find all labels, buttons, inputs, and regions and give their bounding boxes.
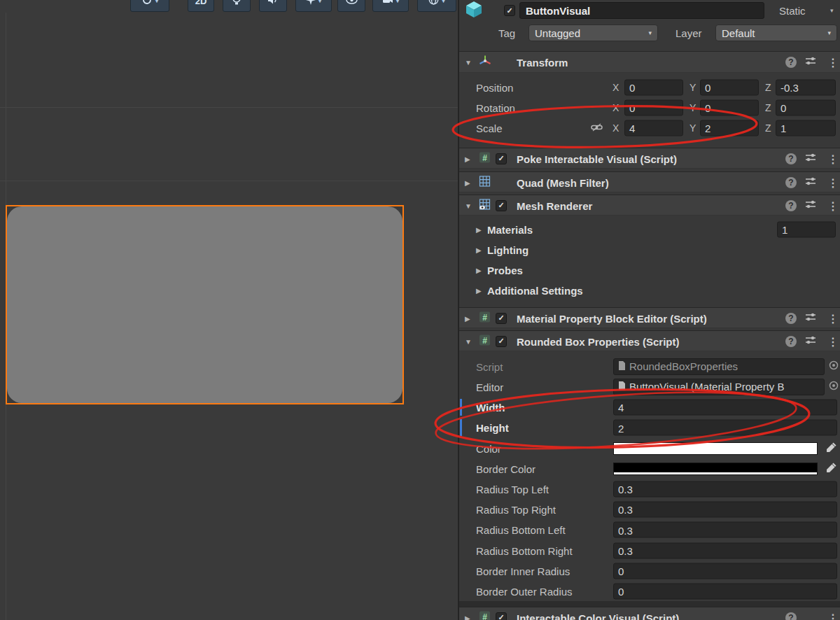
width-field[interactable]: 4 [613,399,837,415]
foldout-collapsed-icon[interactable]: ▶ [465,314,470,322]
help-icon[interactable]: ? [785,153,797,164]
kebab-menu-icon[interactable]: ⋮ [827,611,839,620]
static-dropdown-caret-icon[interactable]: ▾ [830,7,834,14]
gameobject-name-input[interactable]: ButtonVisual [519,2,764,19]
presets-icon[interactable] [805,176,816,189]
scale-y-field[interactable]: 2 [700,120,759,136]
camera-dropdown-button[interactable]: ▾ [372,0,409,12]
layer-dropdown[interactable]: Default ▾ [715,24,837,41]
foldout-collapsed-icon[interactable]: ▶ [465,614,470,620]
axis-x-label: X [612,82,619,93]
scene-view[interactable]: ▾ 2D ▾ ▾ ▾ [0,0,458,620]
foldout-expanded-icon[interactable]: ▼ [465,202,472,209]
kebab-menu-icon[interactable]: ⋮ [827,152,839,165]
2d-toggle-button[interactable]: 2D [188,0,214,12]
help-icon[interactable]: ? [785,57,797,68]
materials-count-field[interactable]: 1 [777,221,836,237]
radius-bottom-left-label: Radius Bottom Left [476,524,566,536]
foldout-collapsed-icon[interactable]: ▶ [476,286,482,294]
foldout-collapsed-icon[interactable]: ▶ [465,155,470,162]
rotation-z-field[interactable]: 0 [776,99,836,115]
mesh-filter-header[interactable]: ▶ Quad (Mesh Filter) ? ⋮ [459,171,840,192]
scene-lighting-button[interactable] [223,0,251,12]
position-x-value: 0 [629,82,635,94]
presets-icon[interactable] [805,153,816,165]
foldout-collapsed-icon[interactable]: ▶ [476,225,482,233]
foldout-collapsed-icon[interactable]: ▶ [476,246,482,253]
eyedropper-icon[interactable] [826,442,837,456]
foldout-expanded-icon[interactable]: ▼ [465,59,472,66]
foldout-expanded-icon[interactable]: ▼ [465,337,472,345]
selected-object-quad[interactable] [6,205,404,404]
axis-y-label: Y [690,122,696,134]
materials-label: Materials [487,223,533,235]
object-picker-icon[interactable] [829,360,839,373]
gameobject-enabled-checkbox[interactable]: ✓ [504,5,515,16]
rounded-box-properties-header[interactable]: ▼ # ✓ Rounded Box Properties (Script) ? … [459,330,840,351]
inspector-panel: ✓ ButtonVisual Static ▾ Tag Untagged ▾ L… [458,0,840,620]
component-enabled-checkbox[interactable]: ✓ [496,313,507,324]
editor-object-field[interactable]: ButtonVisual (Material Property B [613,379,825,395]
radius-top-left-row: Radius Top Left 0.3 [459,479,840,499]
kebab-menu-icon[interactable]: ⋮ [827,334,839,348]
tag-dropdown[interactable]: Untagged ▾ [528,24,658,41]
mesh-renderer-header[interactable]: ▼ ✓ Mesh Renderer ? ⋮ [459,195,840,216]
rotation-y-field[interactable]: 0 [700,99,759,115]
scale-x-field[interactable]: 4 [624,120,683,136]
foldout-collapsed-icon[interactable]: ▶ [465,178,470,186]
presets-icon[interactable] [805,56,816,69]
presets-icon[interactable] [805,199,816,212]
help-icon[interactable]: ? [785,336,797,347]
gizmos-dropdown-button[interactable]: ▾ [417,0,456,12]
kebab-menu-icon[interactable]: ⋮ [827,199,839,212]
color-swatch[interactable] [613,442,818,455]
object-picker-icon[interactable] [829,381,839,393]
presets-icon[interactable] [805,335,816,348]
border-outer-radius-field[interactable]: 0 [613,583,837,599]
view-orbit-button[interactable]: ▾ [130,0,169,12]
poke-interactable-visual-header[interactable]: ▶ # ✓ Poke Interactable Visual (Script) … [459,148,840,169]
presets-icon[interactable] [805,312,816,325]
radius-top-left-field[interactable]: 0.3 [613,481,837,497]
help-icon[interactable]: ? [785,200,797,211]
help-icon[interactable]: ? [785,313,797,324]
component-enabled-checkbox[interactable]: ✓ [496,200,507,211]
height-field[interactable]: 2 [613,420,837,436]
radius-bottom-right-field[interactable]: 0.3 [613,542,837,558]
additional-settings-foldout-row[interactable]: ▶ Additional Settings [459,280,840,300]
constrain-proportions-icon[interactable] [591,122,603,134]
scene-visibility-button[interactable] [337,0,365,12]
effects-dropdown-button[interactable]: ▾ [295,0,332,12]
position-y-field[interactable]: 0 [700,79,759,95]
kebab-menu-icon[interactable]: ⋮ [827,176,839,189]
probes-foldout-row[interactable]: ▶ Probes [459,260,840,280]
kebab-menu-icon[interactable]: ⋮ [827,311,839,325]
border-outer-radius-value: 0 [618,586,624,598]
materials-foldout-row[interactable]: ▶ Materials 1 [459,219,840,239]
kebab-menu-icon[interactable]: ⋮ [827,56,839,69]
radius-top-right-field[interactable]: 0.3 [613,501,837,517]
script-object-field[interactable]: RoundedBoxProperties [613,358,825,375]
help-icon[interactable]: ? [785,177,797,188]
radius-bottom-left-field[interactable]: 0.3 [613,522,837,538]
border-inner-radius-field[interactable]: 0 [613,563,837,579]
component-enabled-checkbox[interactable]: ✓ [496,612,507,620]
scale-z-field[interactable]: 1 [776,120,836,136]
help-icon[interactable]: ? [785,612,797,620]
border-color-swatch[interactable] [613,463,818,475]
component-enabled-checkbox[interactable]: ✓ [496,153,507,164]
height-row: Height 2 [459,417,840,438]
rotation-z-value: 0 [780,102,786,114]
lighting-foldout-row[interactable]: ▶ Lighting [459,239,840,260]
position-x-field[interactable]: 0 [624,79,683,95]
foldout-collapsed-icon[interactable]: ▶ [476,266,482,274]
transform-component-header[interactable]: ▼ Transform ? ⋮ [459,51,840,73]
position-z-field[interactable]: -0.3 [776,79,836,95]
transform-icon [479,55,491,70]
interactable-color-visual-header[interactable]: ▶ # ✓ Interactable Color Visual (Script)… [459,607,840,620]
material-property-block-editor-header[interactable]: ▶ # ✓ Material Property Block Editor (Sc… [459,307,840,328]
eyedropper-icon[interactable] [826,462,837,476]
rotation-x-field[interactable]: 0 [624,99,683,115]
scene-audio-button[interactable] [259,0,287,12]
component-enabled-checkbox[interactable]: ✓ [496,336,507,347]
